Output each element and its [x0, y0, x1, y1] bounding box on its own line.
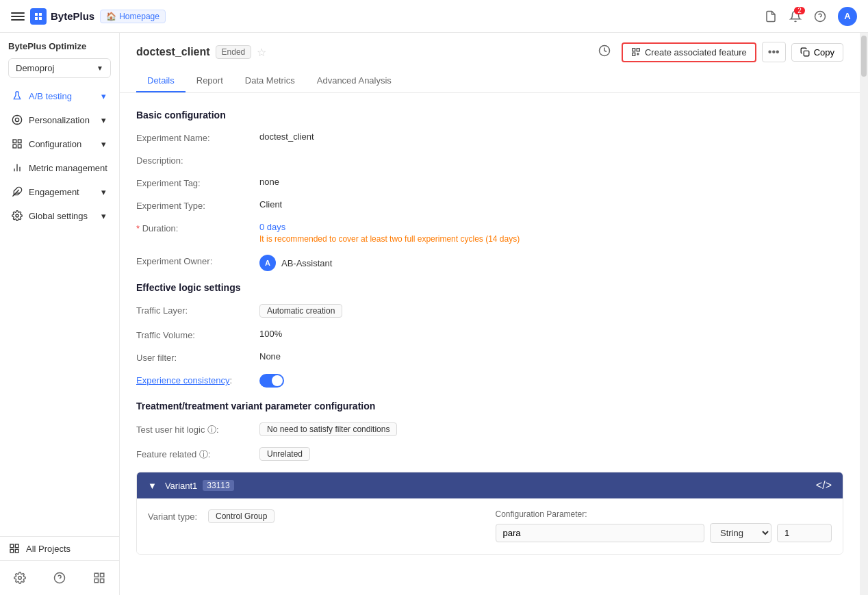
- variant-container: ▼ Variant1 33113 </>: [136, 472, 843, 555]
- help-icon[interactable]: [813, 10, 827, 23]
- config-param-name-input[interactable]: [496, 524, 705, 542]
- field-label-description: Description:: [136, 154, 259, 166]
- notification-icon[interactable]: 2: [789, 10, 802, 23]
- tab-advanced-analysis[interactable]: Advanced Analysis: [306, 70, 403, 92]
- tab-report[interactable]: Report: [186, 70, 234, 92]
- top-bar: BytePlus 🏠 Homepage 2 A: [0, 0, 868, 33]
- scrollbar-thumb[interactable]: [861, 36, 867, 77]
- svg-point-2: [12, 115, 21, 124]
- history-button[interactable]: [593, 41, 616, 63]
- flask-icon: [11, 90, 23, 102]
- top-bar-left: BytePlus 🏠 Homepage: [11, 8, 166, 25]
- main-area: BytePlus Optimize Demoproj ▼ A/B testing…: [0, 33, 868, 595]
- field-label-tag: Experiment Tag:: [136, 177, 259, 188]
- variant-chevron-icon: ▼: [148, 481, 157, 491]
- header-actions: Create associated feature Create associa…: [593, 41, 843, 63]
- variant-type-row: Variant type: Control Group: [148, 509, 485, 523]
- owner-avatar: A: [259, 255, 276, 271]
- svg-rect-6: [13, 140, 16, 143]
- variant-header-right: </>: [816, 479, 832, 492]
- test-user-badge: No need to satisfy filter conditions: [259, 422, 397, 436]
- chevron-down-icon: ▼: [97, 64, 103, 72]
- field-label-test-user: Test user hit logic ⓘ:: [136, 422, 259, 436]
- homepage-badge[interactable]: 🏠 Homepage: [100, 10, 166, 23]
- owner-name: AB-Assistant: [281, 258, 332, 268]
- page-title-row: doctest_client Ended ☆ Create associated…: [136, 41, 843, 63]
- field-value-duration: 0 days It is recommended to cover at lea…: [259, 222, 843, 244]
- sidebar-item-engagement[interactable]: Engagement ▾: [3, 180, 116, 203]
- notification-count: 2: [794, 7, 805, 14]
- more-options-button[interactable]: •••: [762, 42, 786, 62]
- owner-row: A AB-Assistant: [259, 255, 843, 271]
- tab-data-metrics[interactable]: Data Metrics: [234, 70, 306, 92]
- svg-rect-26: [101, 579, 104, 583]
- experience-consistency-link[interactable]: Experience consistency: [136, 375, 230, 385]
- sidebar-item-configuration[interactable]: Configuration ▾: [3, 132, 116, 155]
- bottom-grid-icon[interactable]: [79, 566, 119, 590]
- duration-value: 0 days: [259, 222, 843, 232]
- svg-rect-30: [633, 53, 635, 55]
- config-param-value-input[interactable]: [777, 524, 832, 542]
- field-label-owner: Experiment Owner:: [136, 255, 259, 266]
- copy-button[interactable]: Copy: [791, 43, 843, 62]
- page-title: doctest_client: [136, 46, 210, 58]
- puzzle-icon: [11, 186, 23, 198]
- experience-consistency-toggle[interactable]: [259, 374, 284, 388]
- all-projects-label: All Projects: [26, 544, 71, 554]
- sidebar-item-personalization[interactable]: Personalization ▾: [3, 108, 116, 131]
- sidebar-item-metric-management[interactable]: Metric management: [3, 156, 116, 179]
- traffic-layer-badge: Automatic creation: [259, 304, 342, 318]
- svg-rect-28: [633, 49, 635, 51]
- sidebar-item-label-global: Global settings: [29, 211, 93, 221]
- field-label-traffic-layer: Traffic Layer:: [136, 304, 259, 316]
- field-value-test-user: No need to satisfy filter conditions: [259, 422, 843, 436]
- field-value-feature-related: Unrelated: [259, 447, 843, 461]
- all-projects-row[interactable]: All Projects: [0, 536, 119, 560]
- field-value-experience-consistency: [259, 374, 843, 390]
- field-experience-consistency: Experience consistency:: [136, 374, 843, 390]
- svg-point-20: [18, 577, 22, 580]
- menu-icon[interactable]: [11, 10, 25, 23]
- gear-icon: [11, 210, 23, 222]
- create-feature-container: Create associated feature Create associa…: [622, 42, 756, 62]
- tab-details[interactable]: Details: [136, 70, 186, 92]
- svg-rect-23: [94, 573, 98, 577]
- field-experiment-tag: Experiment Tag: none: [136, 177, 843, 188]
- basic-config-title: Basic configuration: [136, 110, 843, 121]
- field-value-owner: A AB-Assistant: [259, 255, 843, 271]
- create-associated-feature-button[interactable]: Create associated feature: [622, 42, 756, 62]
- config-param-label: Configuration Parameter:: [496, 509, 832, 519]
- svg-rect-29: [637, 49, 639, 51]
- chevron-down-icon-personalization: ▾: [99, 115, 108, 125]
- field-label-type: Experiment Type:: [136, 199, 259, 211]
- svg-point-15: [16, 214, 18, 217]
- field-user-filter: User filter: None: [136, 351, 843, 363]
- bottom-settings-icon[interactable]: [0, 566, 40, 590]
- svg-rect-18: [10, 549, 14, 553]
- chevron-down-icon-engagement: ▾: [99, 187, 108, 197]
- sidebar-bottom-icons: [0, 560, 119, 595]
- field-value-experiment-name: doctest_client: [259, 131, 843, 142]
- field-label-traffic-volume: Traffic Volume:: [136, 329, 259, 340]
- sidebar-item-label-metric: Metric management: [29, 163, 108, 173]
- variant-code-icon[interactable]: </>: [816, 479, 832, 492]
- config-param-section: Configuration Parameter: String Number B…: [496, 509, 832, 543]
- avatar[interactable]: A: [838, 7, 857, 26]
- document-icon[interactable]: [764, 10, 778, 23]
- chevron-down-icon: ▾: [99, 91, 108, 101]
- sidebar-header: BytePlus Optimize Demoproj ▼: [0, 33, 119, 81]
- sidebar-item-global-settings[interactable]: Global settings ▾: [3, 204, 116, 227]
- all-projects-icon: [8, 542, 21, 555]
- sidebar-item-ab-testing[interactable]: A/B testing ▾: [3, 84, 116, 107]
- star-icon[interactable]: ☆: [257, 46, 266, 59]
- field-value-traffic-layer: Automatic creation: [259, 304, 843, 318]
- svg-rect-9: [18, 144, 21, 148]
- field-feature-related: Feature related ⓘ: Unrelated: [136, 447, 843, 461]
- config-param-type-select[interactable]: String Number Boolean: [710, 523, 771, 543]
- field-traffic-layer: Traffic Layer: Automatic creation: [136, 304, 843, 318]
- svg-rect-17: [15, 544, 18, 548]
- bottom-help-icon[interactable]: [40, 566, 79, 590]
- treatment-title: Treatment/treatment variant parameter co…: [136, 401, 843, 412]
- field-value-type: Client: [259, 199, 843, 210]
- project-selector[interactable]: Demoproj ▼: [8, 58, 111, 78]
